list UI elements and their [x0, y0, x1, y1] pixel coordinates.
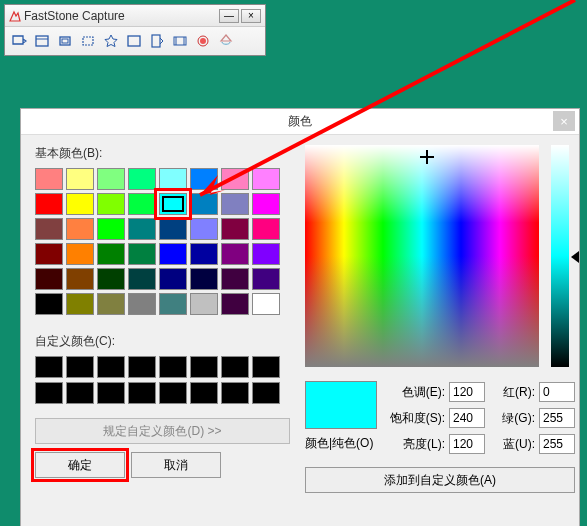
basic-color-swatch[interactable] [66, 268, 94, 290]
settings-icon[interactable] [193, 31, 213, 51]
lum-input[interactable] [449, 434, 485, 454]
custom-color-swatch[interactable] [159, 356, 187, 378]
green-input[interactable] [539, 408, 575, 428]
basic-color-swatch[interactable] [190, 193, 218, 215]
custom-color-swatch[interactable] [128, 382, 156, 404]
basic-color-swatch[interactable] [128, 293, 156, 315]
basic-color-swatch[interactable] [128, 243, 156, 265]
basic-color-swatch[interactable] [221, 168, 249, 190]
basic-color-swatch[interactable] [159, 268, 187, 290]
custom-color-swatch[interactable] [221, 382, 249, 404]
basic-color-swatch[interactable] [221, 243, 249, 265]
basic-color-swatch[interactable] [190, 218, 218, 240]
color-spectrum[interactable] [305, 145, 539, 367]
blue-input[interactable] [539, 434, 575, 454]
basic-color-swatch[interactable] [221, 218, 249, 240]
red-input[interactable] [539, 382, 575, 402]
basic-color-swatch[interactable] [252, 293, 280, 315]
dialog-titlebar[interactable]: 颜色 × [21, 109, 579, 135]
hue-input[interactable] [449, 382, 485, 402]
basic-color-swatch[interactable] [128, 193, 156, 215]
minimize-button[interactable]: — [219, 9, 239, 23]
basic-color-swatch[interactable] [252, 243, 280, 265]
add-to-custom-button[interactable]: 添加到自定义颜色(A) [305, 467, 575, 493]
basic-color-swatch[interactable] [159, 168, 187, 190]
basic-color-swatch[interactable] [97, 168, 125, 190]
custom-color-swatch[interactable] [35, 382, 63, 404]
custom-color-swatch[interactable] [128, 356, 156, 378]
basic-color-swatch[interactable] [97, 218, 125, 240]
basic-color-swatch[interactable] [66, 293, 94, 315]
custom-color-swatch[interactable] [190, 382, 218, 404]
basic-color-swatch[interactable] [66, 218, 94, 240]
basic-color-swatch[interactable] [35, 168, 63, 190]
capture-region-icon[interactable] [78, 31, 98, 51]
color-value-fields: 色调(E): 红(R): 饱和度(S): 绿(G): 亮度(L): 蓝(U): [389, 381, 575, 459]
output-icon[interactable] [216, 31, 236, 51]
sat-input[interactable] [449, 408, 485, 428]
basic-color-swatch[interactable] [97, 293, 125, 315]
basic-color-swatch[interactable] [190, 168, 218, 190]
faststone-logo-icon [9, 10, 21, 22]
close-button[interactable]: × [241, 9, 261, 23]
custom-color-swatch[interactable] [252, 356, 280, 378]
basic-color-swatch[interactable] [128, 218, 156, 240]
sat-label: 饱和度(S): [389, 410, 445, 427]
basic-color-swatch[interactable] [35, 268, 63, 290]
blue-label: 蓝(U): [493, 436, 535, 453]
capture-freehand-icon[interactable] [101, 31, 121, 51]
basic-color-swatch[interactable] [66, 168, 94, 190]
capture-rectangle-icon[interactable] [55, 31, 75, 51]
custom-color-swatch[interactable] [252, 382, 280, 404]
capture-video-icon[interactable] [170, 31, 190, 51]
basic-color-swatch[interactable] [97, 243, 125, 265]
basic-color-swatch[interactable] [159, 193, 187, 215]
basic-color-swatch[interactable] [128, 168, 156, 190]
capture-active-window-icon[interactable] [9, 31, 29, 51]
custom-color-swatch[interactable] [66, 356, 94, 378]
basic-color-swatch[interactable] [97, 193, 125, 215]
basic-color-swatch[interactable] [221, 293, 249, 315]
basic-color-swatch[interactable] [190, 243, 218, 265]
custom-color-swatch[interactable] [97, 356, 125, 378]
basic-color-swatch[interactable] [35, 218, 63, 240]
custom-color-swatch[interactable] [221, 356, 249, 378]
basic-color-swatch[interactable] [252, 168, 280, 190]
custom-color-swatch[interactable] [97, 382, 125, 404]
faststone-title: FastStone Capture [24, 9, 217, 23]
basic-color-swatch[interactable] [190, 268, 218, 290]
basic-color-swatch[interactable] [221, 193, 249, 215]
basic-color-swatch[interactable] [252, 268, 280, 290]
luminance-pointer-icon [571, 251, 579, 263]
basic-color-swatch[interactable] [252, 193, 280, 215]
basic-color-swatch[interactable] [252, 218, 280, 240]
cancel-button[interactable]: 取消 [131, 452, 221, 478]
svg-rect-4 [83, 37, 93, 45]
color-preview [305, 381, 377, 429]
svg-rect-5 [128, 36, 140, 46]
ok-button[interactable]: 确定 [35, 452, 125, 478]
basic-color-swatch[interactable] [128, 268, 156, 290]
basic-color-swatch[interactable] [159, 293, 187, 315]
faststone-titlebar[interactable]: FastStone Capture — × [5, 5, 265, 27]
basic-color-swatch[interactable] [190, 293, 218, 315]
basic-color-swatch[interactable] [35, 243, 63, 265]
luminance-slider[interactable] [551, 145, 569, 367]
basic-color-swatch[interactable] [97, 268, 125, 290]
custom-color-swatch[interactable] [190, 356, 218, 378]
custom-color-swatch[interactable] [35, 356, 63, 378]
dialog-title: 颜色 [288, 113, 312, 130]
basic-color-swatch[interactable] [66, 243, 94, 265]
capture-window-icon[interactable] [32, 31, 52, 51]
dialog-close-button[interactable]: × [553, 111, 575, 131]
custom-color-swatch[interactable] [159, 382, 187, 404]
basic-color-swatch[interactable] [66, 193, 94, 215]
basic-color-swatch[interactable] [35, 293, 63, 315]
basic-color-swatch[interactable] [35, 193, 63, 215]
custom-color-swatch[interactable] [66, 382, 94, 404]
basic-color-swatch[interactable] [221, 268, 249, 290]
capture-fullscreen-icon[interactable] [124, 31, 144, 51]
basic-color-swatch[interactable] [159, 243, 187, 265]
capture-scrolling-icon[interactable] [147, 31, 167, 51]
basic-color-swatch[interactable] [159, 218, 187, 240]
